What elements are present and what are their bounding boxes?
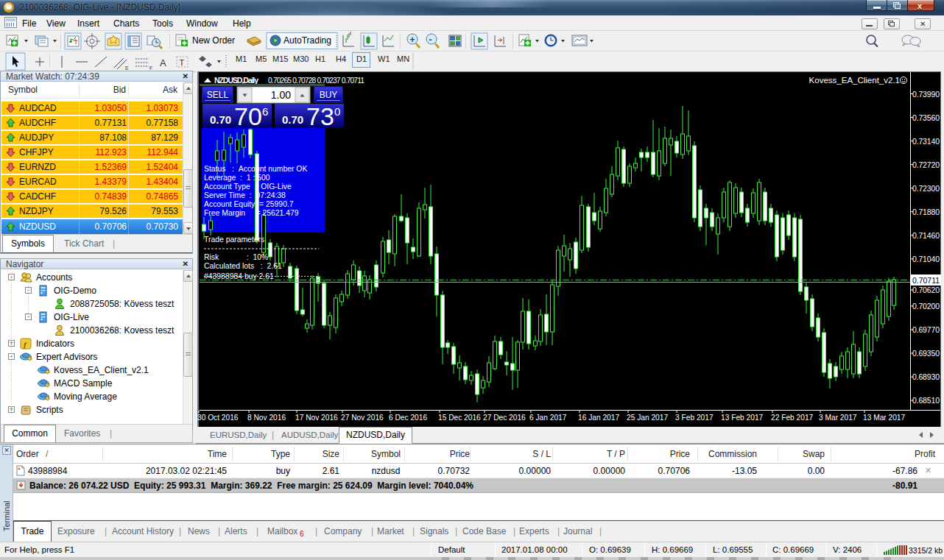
svg-text:16 Jan 2017: 16 Jan 2017	[578, 414, 619, 422]
svg-text:8 Nov 2016: 8 Nov 2016	[247, 414, 286, 422]
svg-text:New Order: New Order	[192, 35, 235, 46]
svg-text:Leverage : 1 : 500: Leverage : 1 : 500	[204, 174, 270, 182]
svg-text:13 Mar 2017: 13 Mar 2017	[863, 414, 906, 422]
svg-text:0.70265 0.70728 0.70237 0.7071: 0.70265 0.70728 0.70237 0.70711	[268, 77, 364, 85]
svg-text:27 Nov 2016: 27 Nov 2016	[341, 414, 384, 422]
svg-text:Account Type : OIG-Live: Account Type : OIG-Live	[204, 182, 292, 191]
svg-text:Calculated lots : 2.61: Calculated lots : 2.61	[204, 262, 282, 270]
svg-text:0.73140: 0.73140	[912, 137, 940, 146]
svg-text:0.70711: 0.70711	[912, 276, 940, 285]
svg-text:27 Dec 2016: 27 Dec 2016	[483, 414, 526, 422]
svg-text:NZDUSD,Daily: NZDUSD,Daily	[214, 76, 258, 85]
svg-text:0.68930: 0.68930	[912, 372, 940, 381]
svg-text:0.71040: 0.71040	[912, 255, 940, 263]
svg-text:22 Feb 2017: 22 Feb 2017	[771, 414, 814, 422]
svg-text:Account Equity = 25990.7: Account Equity = 25990.7	[204, 200, 294, 208]
svg-text:6 Jan 2017: 6 Jan 2017	[529, 414, 567, 422]
svg-text:70: 70	[234, 102, 262, 130]
svg-text:73: 73	[306, 102, 334, 130]
svg-text:BUY: BUY	[320, 90, 338, 100]
svg-text:3 Mar 2017: 3 Mar 2017	[819, 414, 857, 422]
svg-text:Kovess_EA_Client_v2.1: Kovess_EA_Client_v2.1	[809, 76, 900, 85]
svg-text:Risk : 10%: Risk : 10%	[204, 253, 268, 261]
svg-text:3 Feb 2017: 3 Feb 2017	[675, 414, 714, 422]
svg-text:+: +	[410, 35, 415, 45]
svg-text:#43988984 buy 2.61: #43988984 buy 2.61	[204, 272, 274, 280]
svg-text:0.71880: 0.71880	[912, 208, 940, 216]
svg-text:SELL: SELL	[207, 90, 229, 100]
svg-text:0.73990: 0.73990	[912, 90, 940, 99]
svg-text:Trade parameters: Trade parameters	[204, 235, 264, 244]
svg-text:0: 0	[334, 105, 340, 118]
svg-text:17 Nov 2016: 17 Nov 2016	[295, 414, 338, 422]
svg-text:15 Dec 2016: 15 Dec 2016	[438, 414, 481, 422]
svg-text:0.73560: 0.73560	[912, 113, 940, 122]
svg-text:30 Oct 2016: 30 Oct 2016	[197, 414, 239, 422]
svg-text:0.70: 0.70	[282, 113, 303, 126]
svg-text:25 Jan 2017: 25 Jan 2017	[627, 414, 668, 422]
svg-text:0.69350: 0.69350	[912, 349, 940, 358]
svg-text:0.70620: 0.70620	[912, 286, 940, 294]
svg-text:0.72300: 0.72300	[912, 184, 940, 193]
svg-text:0.69770: 0.69770	[912, 325, 940, 334]
svg-text:0.71460: 0.71460	[912, 231, 940, 240]
svg-text:6: 6	[262, 105, 268, 118]
svg-text:Free Margin = 25621.479: Free Margin = 25621.479	[204, 209, 299, 217]
svg-text:0.70: 0.70	[210, 113, 231, 126]
svg-text:6 Dec 2016: 6 Dec 2016	[389, 414, 427, 422]
svg-text:0.72720: 0.72720	[912, 160, 940, 169]
svg-text:13 Feb 2017: 13 Feb 2017	[721, 414, 764, 422]
svg-text:1.00: 1.00	[271, 89, 291, 101]
svg-text:0.68510: 0.68510	[912, 396, 940, 405]
svg-text:0.70200: 0.70200	[912, 302, 940, 311]
svg-text:-: -	[429, 35, 432, 45]
svg-text:AutoTrading: AutoTrading	[283, 35, 331, 46]
svg-text:Server Time : 07:24:38: Server Time : 07:24:38	[204, 191, 286, 199]
svg-text:Status : Account number OK: Status : Account number OK	[204, 165, 307, 173]
